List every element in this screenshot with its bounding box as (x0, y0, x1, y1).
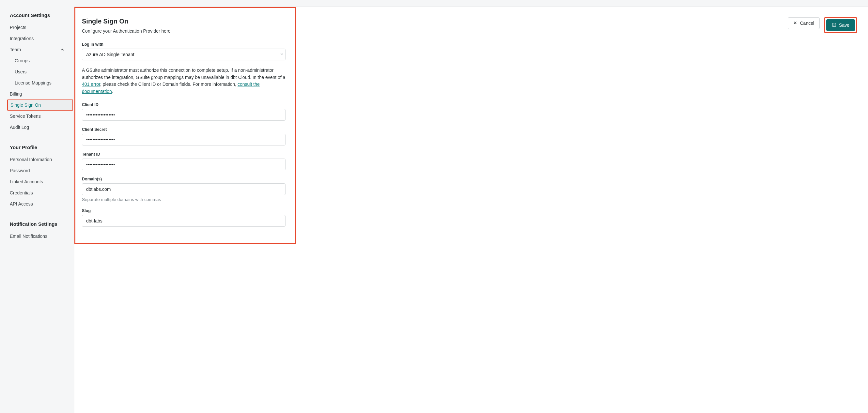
nav-label: Password (10, 168, 30, 173)
save-button[interactable]: Save (826, 19, 855, 31)
nav-label: Team (10, 47, 21, 52)
nav-label: Service Tokens (10, 114, 41, 119)
nav-label: Audit Log (10, 125, 29, 130)
field-client-secret: Client Secret (82, 127, 289, 146)
form-highlight-box: Single Sign On Configure your Authentica… (74, 7, 296, 244)
nav-label: Single Sign On (10, 102, 41, 108)
nav-label: Users (15, 69, 27, 74)
info-text-part2: , please check the Client ID or Domain f… (100, 82, 238, 87)
field-client-id: Client ID (82, 102, 289, 121)
notification-settings-header: Notification Settings (0, 219, 74, 229)
client-id-label: Client ID (82, 102, 289, 107)
field-login-with: Log in with Azure AD Single Tenant (82, 42, 289, 60)
nav-label: Linked Accounts (10, 179, 43, 184)
your-profile-header: Your Profile (0, 142, 74, 153)
sidebar-item-service-tokens[interactable]: Service Tokens (0, 110, 74, 122)
sidebar-item-team[interactable]: Team (0, 44, 74, 55)
account-settings-header: Account Settings (0, 10, 74, 21)
domains-input[interactable] (82, 183, 285, 195)
link-401-error[interactable]: 401 error (82, 82, 100, 87)
domains-helper: Separate multiple domains with commas (82, 197, 289, 202)
chevron-up-icon (60, 47, 65, 52)
field-tenant-id: Tenant ID (82, 152, 289, 170)
nav-label: Projects (10, 25, 26, 30)
sidebar-item-license-mappings[interactable]: License Mappings (0, 77, 74, 88)
save-highlight: Save (824, 17, 857, 33)
main-content: Cancel Save Single Sign On Configure you… (74, 6, 868, 413)
client-id-input[interactable] (82, 109, 285, 121)
sidebar: Account Settings Projects Integrations T… (0, 0, 74, 413)
sidebar-item-groups[interactable]: Groups (0, 55, 74, 66)
nav-label: Integrations (10, 36, 34, 41)
info-paragraph: A GSuite administrator must authorize th… (82, 67, 285, 95)
login-with-select[interactable]: Azure AD Single Tenant (82, 49, 285, 60)
tenant-id-input[interactable] (82, 159, 285, 170)
slug-label: Slug (82, 209, 289, 213)
sidebar-item-billing[interactable]: Billing (0, 88, 74, 99)
page-title: Single Sign On (82, 18, 289, 25)
info-text-part1: A GSuite administrator must authorize th… (82, 67, 285, 80)
info-text-part3: . (112, 89, 113, 94)
close-icon (793, 21, 797, 26)
login-with-label: Log in with (82, 42, 289, 46)
slug-input[interactable] (82, 215, 285, 227)
action-bar: Cancel Save (788, 17, 857, 33)
tenant-id-label: Tenant ID (82, 152, 289, 157)
page-subtitle: Configure your Authentication Provider h… (82, 28, 289, 34)
nav-label: Personal Information (10, 157, 52, 162)
sidebar-item-email-notifications[interactable]: Email Notifications (0, 231, 74, 242)
cancel-button[interactable]: Cancel (788, 17, 820, 29)
sidebar-item-api-access[interactable]: API Access (0, 198, 74, 210)
field-slug: Slug (82, 209, 289, 227)
login-with-value: Azure AD Single Tenant (86, 52, 134, 57)
domains-label: Domain(s) (82, 177, 289, 181)
sidebar-item-integrations[interactable]: Integrations (0, 33, 74, 44)
nav-label: Email Notifications (10, 233, 47, 239)
nav-label: API Access (10, 201, 33, 206)
sidebar-item-personal-information[interactable]: Personal Information (0, 154, 74, 165)
client-secret-label: Client Secret (82, 127, 289, 132)
cancel-label: Cancel (800, 21, 814, 26)
sidebar-item-credentials[interactable]: Credentials (0, 187, 74, 198)
sidebar-item-single-sign-on[interactable]: Single Sign On (7, 99, 73, 110)
save-label: Save (839, 23, 849, 28)
sidebar-item-audit-log[interactable]: Audit Log (0, 122, 74, 133)
sidebar-item-linked-accounts[interactable]: Linked Accounts (0, 176, 74, 187)
sidebar-item-projects[interactable]: Projects (0, 22, 74, 33)
nav-label: Groups (15, 58, 30, 63)
client-secret-input[interactable] (82, 134, 285, 146)
field-domains: Domain(s) Separate multiple domains with… (82, 177, 289, 202)
nav-label: License Mappings (15, 80, 52, 86)
sidebar-item-users[interactable]: Users (0, 66, 74, 77)
nav-label: Credentials (10, 190, 33, 195)
sidebar-item-password[interactable]: Password (0, 165, 74, 176)
nav-label: Billing (10, 91, 22, 97)
save-icon (832, 23, 836, 28)
